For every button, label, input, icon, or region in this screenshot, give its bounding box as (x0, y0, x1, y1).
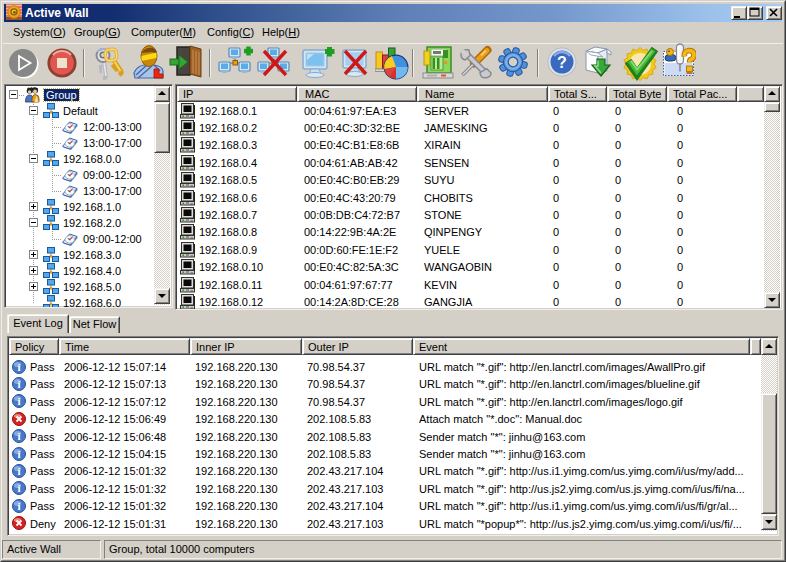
svg-text:i: i (17, 448, 20, 460)
svg-text:i: i (17, 361, 20, 373)
svg-text:i: i (17, 395, 20, 407)
svg-text:i: i (17, 482, 20, 494)
svg-text:i: i (17, 465, 20, 477)
svg-text:i: i (17, 430, 20, 442)
svg-text:?: ? (557, 54, 567, 71)
svg-text:i: i (17, 378, 20, 390)
svg-text:i: i (17, 500, 20, 512)
